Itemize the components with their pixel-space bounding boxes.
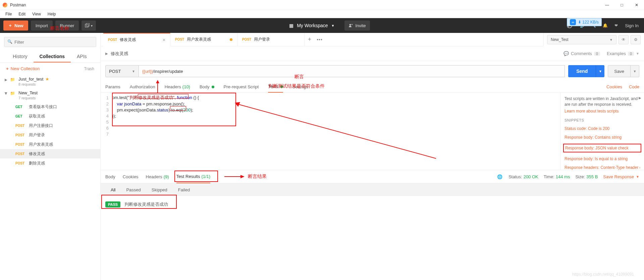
subtab-body[interactable]: Body: [200, 81, 214, 93]
new-tab-button[interactable]: +: [305, 36, 315, 43]
request-row[interactable]: POST删除灵感: [0, 158, 100, 168]
collection-folder[interactable]: ▶ 📁 Just_for_test★ 8 requests: [0, 75, 100, 88]
response-status: Status:200 OK: [508, 174, 538, 179]
examples-button[interactable]: Examples 0 ▼: [607, 51, 639, 56]
svg-rect-1: [86, 23, 89, 26]
close-tab-icon[interactable]: ×: [163, 37, 165, 43]
sidebar-tab-apis[interactable]: APIs: [71, 51, 93, 62]
save-response-label: Save Response: [603, 174, 634, 179]
tests-editor[interactable]: 1pm.test("判断修改灵感是否成功", function () { 2 v…: [101, 93, 560, 170]
tab-overflow-button[interactable]: •••: [315, 37, 325, 42]
menu-file[interactable]: File: [2, 12, 15, 16]
status-value: 200 OK: [524, 174, 538, 179]
tab-title: 用户登录: [254, 37, 270, 42]
trash-link[interactable]: Trash: [84, 66, 94, 71]
subtab-params[interactable]: Params: [105, 81, 120, 93]
request-name: 用户发表灵感: [29, 142, 53, 147]
comments-button[interactable]: 💬 Comments 0: [564, 51, 600, 56]
response-size: Size:355 B: [575, 174, 598, 179]
new-button-label: New: [14, 23, 23, 28]
environment-quicklook-button[interactable]: 👁: [619, 35, 629, 44]
unsaved-dot-icon: [230, 38, 232, 41]
request-row[interactable]: POST修改灵感: [0, 149, 100, 158]
response-tab-cookies[interactable]: Cookies: [123, 174, 139, 179]
annotation-box-status: [170, 106, 186, 111]
comments-label: Comments: [571, 51, 592, 56]
request-row[interactable]: POST用户登录: [0, 130, 100, 140]
environment-select[interactable]: New_Test ▼: [547, 35, 616, 44]
request-tab[interactable]: POST 修改灵感 ×: [103, 33, 170, 46]
request-row[interactable]: POST用户发表灵感: [0, 140, 100, 149]
time-value: 144 ms: [556, 174, 570, 179]
response-tab-testresults[interactable]: Test Results (1/1): [176, 170, 211, 183]
comment-icon: 💬: [564, 51, 569, 56]
url-input[interactable]: {{url}}/inspirer/update: [139, 65, 565, 77]
bell-icon[interactable]: 🔔: [603, 23, 608, 28]
menu-edit[interactable]: Edit: [15, 12, 29, 16]
request-name: 修改灵感: [29, 151, 45, 157]
subtab-headers[interactable]: Headers(10): [165, 81, 190, 93]
save-response-button[interactable]: Save Response▼: [603, 174, 639, 179]
window-maximize-button[interactable]: □: [614, 0, 629, 10]
left-sidebar: 🔍 History Collections APIs +New Collecti…: [0, 33, 101, 280]
star-icon: ★: [45, 77, 49, 82]
caret-down-icon: ▼: [636, 175, 639, 179]
sidebar-tab-history[interactable]: History: [7, 51, 34, 62]
menu-help[interactable]: Help: [44, 12, 59, 16]
cookies-link[interactable]: Cookies: [606, 84, 622, 89]
globe-icon[interactable]: 🌐: [497, 174, 502, 179]
sidebar-tab-collections[interactable]: Collections: [34, 51, 71, 62]
sign-in-button[interactable]: Sign In: [625, 23, 639, 28]
request-row[interactable]: GET查看版本号接口: [0, 102, 100, 111]
filter-failed[interactable]: Failed: [178, 187, 190, 192]
request-row[interactable]: POST用户注册接口: [0, 121, 100, 130]
response-tab-body[interactable]: Body: [105, 174, 115, 179]
send-button[interactable]: Send: [568, 65, 596, 77]
code-link[interactable]: Code: [629, 84, 639, 89]
subtab-prerequest[interactable]: Pre-request Script: [224, 81, 259, 93]
filter-input[interactable]: [4, 37, 96, 47]
new-collection-button[interactable]: +New Collection: [6, 66, 40, 71]
headers-count: (10): [182, 84, 190, 89]
grid-icon: ▦: [289, 23, 293, 28]
filter-skipped[interactable]: Skipped: [152, 187, 167, 192]
folder-sub: 7 requests: [18, 96, 38, 100]
url-path: /inspirer/update: [153, 69, 183, 74]
import-button[interactable]: Import: [31, 20, 53, 31]
filter-all[interactable]: All: [111, 187, 115, 192]
subtab-authorization[interactable]: Authorization: [130, 81, 155, 93]
window-close-button[interactable]: ✕: [629, 0, 644, 10]
method-badge: POST: [15, 124, 29, 128]
snippet-item[interactable]: Response body: Is equal to a string: [565, 156, 640, 161]
send-dropdown-button[interactable]: ▼: [596, 65, 604, 77]
learn-more-link[interactable]: Learn more about tests scripts: [565, 109, 640, 113]
resp-headers-count: (9): [164, 174, 169, 179]
http-method-select[interactable]: POST ▼: [105, 65, 139, 77]
chevron-right-icon[interactable]: ▶: [639, 96, 641, 100]
workspace-selector[interactable]: ▦ My Workspace ▼: [289, 23, 334, 28]
snippets-pane: ▶ Test scripts are written in JavaScript…: [560, 93, 644, 170]
main-content: POST 修改灵感 × POST 用户发表灵感 POST 用户登录 + •••: [101, 33, 644, 280]
save-button[interactable]: Save: [608, 65, 631, 77]
environment-settings-button[interactable]: ⚙: [631, 35, 641, 44]
menu-view[interactable]: View: [29, 12, 44, 16]
request-tab[interactable]: POST 用户登录: [237, 33, 305, 46]
annotation-label: 断言: [294, 74, 304, 80]
snippet-item[interactable]: Response body: Contains string: [565, 135, 640, 140]
heart-icon[interactable]: ❤: [614, 23, 618, 28]
new-window-button[interactable]: ▾: [82, 20, 96, 31]
snippet-item[interactable]: Response body: JSON value check: [563, 144, 641, 152]
response-tab-headers[interactable]: Headers(9): [146, 174, 169, 179]
invite-button[interactable]: Invite: [344, 20, 370, 31]
window-minimize-button[interactable]: —: [600, 0, 614, 10]
save-dropdown-button[interactable]: ▼: [631, 65, 639, 77]
snippet-item[interactable]: Response headers: Content-Type header ch…: [565, 165, 640, 170]
method-badge: POST: [15, 152, 29, 156]
app-title: Postman: [10, 3, 26, 7]
request-row[interactable]: GET获取灵感: [0, 111, 100, 121]
filter-passed[interactable]: Passed: [126, 187, 141, 192]
new-button[interactable]: ＋New: [3, 20, 28, 31]
collection-folder[interactable]: ▶ 📁 New_Test 7 requests: [0, 88, 100, 102]
snippet-item[interactable]: Status code: Code is 200: [565, 126, 640, 131]
request-tab[interactable]: POST 用户发表灵感: [170, 33, 237, 46]
